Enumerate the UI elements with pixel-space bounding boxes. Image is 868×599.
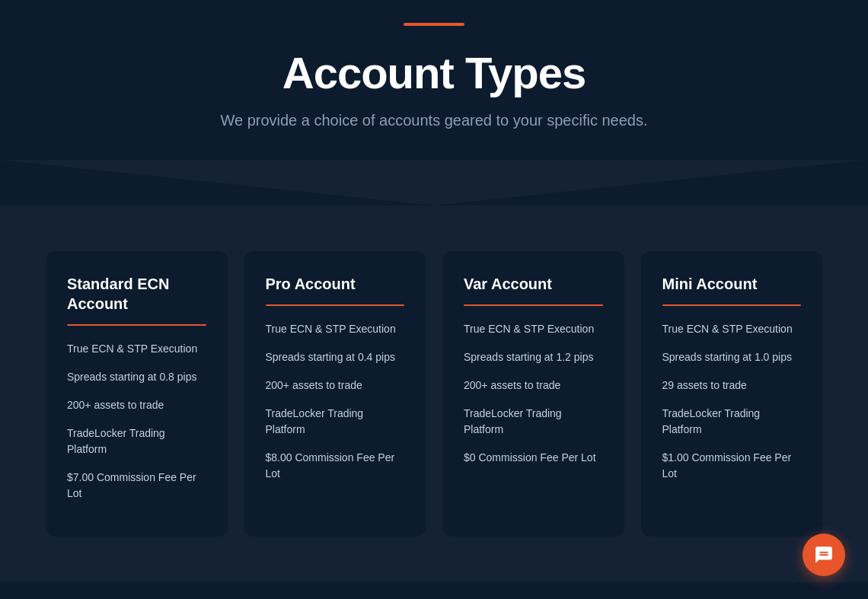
card-title-var: Var Account [464,274,603,294]
feature-item: $0 Commission Fee Per Lot [464,450,603,466]
page-wrapper: Account Types We provide a choice of acc… [0,0,868,599]
feature-item: Spreads starting at 1.2 pips [464,349,603,365]
orange-decorative-line [404,23,464,26]
card-title-standard-ecn: Standard ECN Account [67,274,206,314]
feature-item: True ECN & STP Execution [464,321,603,337]
feature-item: 200+ assets to trade [464,378,603,393]
feature-item: TradeLocker Trading Platform [266,406,405,438]
feature-item: TradeLocker Trading Platform [464,406,603,438]
card-title-mini: Mini Account [662,274,802,294]
card-divider-standard-ecn [67,324,206,326]
card-mini-account: Mini Account True ECN & STP Execution Sp… [641,251,823,537]
feature-item: Spreads starting at 1.0 pips [662,349,802,365]
card-standard-ecn: Standard ECN Account True ECN & STP Exec… [46,251,228,537]
feature-item: $1.00 Commission Fee Per Lot [662,450,802,482]
svg-marker-0 [0,160,868,206]
top-section: Account Types We provide a choice of acc… [0,0,868,129]
feature-item: True ECN & STP Execution [67,341,206,357]
page-subtitle: We provide a choice of accounts geared t… [0,112,868,129]
feature-item: Spreads starting at 0.4 pips [266,349,405,365]
bottom-section: Standard ECN Account True ECN & STP Exec… [0,206,868,582]
card-divider-pro [266,304,405,306]
card-features-mini: True ECN & STP Execution Spreads startin… [662,321,802,482]
card-features-var: True ECN & STP Execution Spreads startin… [464,321,603,466]
chat-icon [814,545,834,565]
feature-item: 29 assets to trade [662,378,802,393]
card-features-standard-ecn: True ECN & STP Execution Spreads startin… [67,341,206,502]
feature-item: 200+ assets to trade [266,378,405,393]
feature-item: True ECN & STP Execution [266,321,405,337]
card-divider-var [464,304,603,306]
feature-item: True ECN & STP Execution [662,321,802,337]
card-divider-mini [662,304,802,306]
feature-item: TradeLocker Trading Platform [662,406,802,438]
feature-item: $7.00 Commission Fee Per Lot [67,470,206,502]
feature-item: TradeLocker Trading Platform [67,425,206,457]
card-var-account: Var Account True ECN & STP Execution Spr… [442,251,624,537]
card-features-pro: True ECN & STP Execution Spreads startin… [266,321,405,482]
cards-container: Standard ECN Account True ECN & STP Exec… [46,251,822,537]
feature-item: $8.00 Commission Fee Per Lot [266,450,405,482]
page-title: Account Types [0,47,868,98]
chat-button[interactable] [803,534,845,576]
feature-item: 200+ assets to trade [67,397,206,413]
card-title-pro: Pro Account [266,274,405,294]
feature-item: Spreads starting at 0.8 pips [67,369,206,385]
card-pro-account: Pro Account True ECN & STP Execution Spr… [244,251,426,537]
section-separator [0,160,868,206]
